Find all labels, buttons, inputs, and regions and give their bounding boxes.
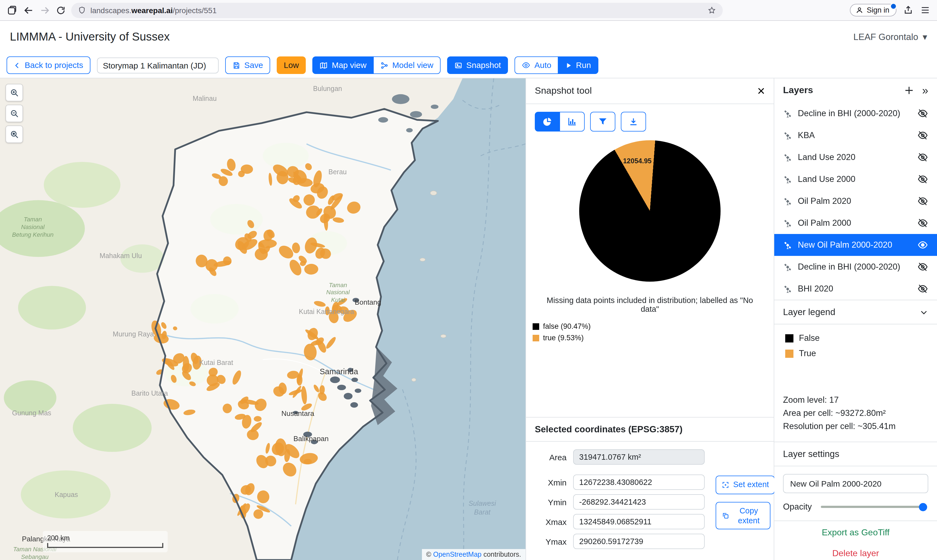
map-controls [6,84,23,143]
snapshot-button[interactable]: Snapshot [447,57,508,74]
pie-chart-button[interactable] [535,112,560,131]
eye-slash-icon [917,283,928,294]
sign-in-button[interactable]: Sign in [849,4,897,17]
visibility-toggle[interactable] [917,174,928,185]
main-content: MalinauBulunganBerauTaman Nasional Betun… [0,78,937,560]
ymin-input[interactable] [573,494,705,509]
layer-legend-body: False True [774,325,937,364]
layer-name-input[interactable] [783,474,928,493]
visibility-toggle[interactable] [917,108,928,119]
visibility-toggle[interactable] [917,240,928,251]
url-text: landscapes.wearepal.ai/projects/551 [91,6,217,14]
legend-swatch-true [532,334,539,341]
account-selector[interactable]: LEAF Gorontalo ▾ [854,31,927,42]
snapshot-title: Snapshot tool [535,86,592,97]
delete-layer-button[interactable]: Delete layer [774,544,937,560]
snapshot-panel: Snapshot tool × [526,78,774,560]
download-chart-button[interactable] [621,112,646,131]
chevron-left-icon [14,62,21,69]
eye-slash-icon [917,108,928,119]
chevron-down-icon[interactable] [920,308,928,317]
bar-chart-button[interactable] [560,112,585,131]
url-host: wearepal.ai [131,6,172,14]
pie-chart-icon [543,117,552,126]
storymap-name-input[interactable] [97,57,218,73]
visibility-toggle[interactable] [917,262,928,272]
area-per-cell-stat: Area per cell: ~93272.80m² [783,406,928,420]
area-input[interactable] [573,449,705,465]
xmax-label: Xmax [535,517,566,526]
filter-button[interactable] [590,112,615,131]
forward-icon[interactable] [40,5,51,15]
layer-item[interactable]: BHI 2020 [774,278,937,300]
copy-extent-button[interactable]: Copy extent [715,502,771,529]
share-icon[interactable] [903,5,914,15]
osm-link[interactable]: OpenStreetMap [433,551,482,558]
save-button[interactable]: Save [225,57,270,74]
account-label: LEAF Gorontalo [854,31,919,42]
set-extent-label: Set extent [733,480,769,490]
ymax-input[interactable] [573,534,705,549]
layer-item[interactable]: Oil Palm 2000 [774,212,937,234]
zoom-in-button[interactable] [6,84,23,102]
reload-icon[interactable] [56,5,66,15]
layer-item[interactable]: Decline in BHI (2000-2020) [774,256,937,278]
layer-item[interactable]: Land Use 2000 [774,168,937,190]
layers-title: Layers [783,85,896,96]
satellite-icon [783,240,792,249]
ymin-row: Ymin [535,494,705,509]
satellite-icon [783,284,792,294]
add-layer-icon[interactable] [903,85,914,96]
zoom-to-extent-button[interactable] [6,126,23,143]
scale-line [47,543,163,548]
shield-icon [78,6,86,14]
eye-icon [917,240,928,251]
back-icon[interactable] [23,5,34,15]
view-toggle-group: Map view Model view [312,57,440,74]
opacity-slider[interactable] [820,506,927,508]
visibility-toggle[interactable] [917,152,928,163]
attribution-suffix: contributors. [482,551,521,558]
layer-item[interactable]: Land Use 2020 [774,146,937,168]
visibility-toggle[interactable] [917,217,928,229]
close-icon[interactable]: × [757,85,765,97]
url-bar[interactable]: landscapes.wearepal.ai/projects/551 [71,3,723,18]
export-geotiff-button[interactable]: Export as GeoTiff [774,520,937,544]
xmin-input[interactable] [573,474,705,490]
scale-label: 200 km [47,534,69,542]
opacity-label: Opacity [783,502,812,512]
visibility-toggle[interactable] [917,283,928,294]
layer-label: Decline in BHI (2000-2020) [798,262,900,272]
zoom-out-button[interactable] [6,105,23,122]
layer-settings-header: Layer settings [774,442,937,466]
zoom-level-stat: Zoom level: 17 [783,394,928,406]
visibility-toggle[interactable] [917,195,928,206]
quality-button[interactable]: Low [277,57,306,74]
eye-slash-icon [917,130,928,141]
map-view-button[interactable]: Map view [312,57,374,74]
layer-stats: Zoom level: 17 Area per cell: ~93272.80m… [774,394,937,433]
model-view-button[interactable]: Model view [373,57,440,74]
layer-item[interactable]: New Oil Palm 2000-2020 [774,234,937,256]
run-button[interactable]: Run [558,57,598,74]
satellite-icon [783,218,792,228]
xmax-input[interactable] [573,514,705,529]
collapse-panel-icon[interactable]: » [922,85,928,96]
bookmark-star-icon[interactable] [708,6,716,14]
save-icon [232,61,240,69]
layer-legend-header: Layer legend [774,300,937,325]
map-panel[interactable]: MalinauBulunganBerauTaman Nasional Betun… [0,78,526,560]
layer-item[interactable]: KBA [774,125,937,146]
layer-item[interactable]: Decline in BHI (2000-2020) [774,103,937,125]
window-tabs-icon[interactable] [6,5,17,15]
layer-item[interactable]: Oil Palm 2020 [774,190,937,212]
visibility-toggle[interactable] [917,130,928,141]
auto-button[interactable]: Auto [514,57,559,74]
menu-icon[interactable] [920,5,931,15]
back-to-projects-button[interactable]: Back to projects [6,57,90,74]
set-extent-button[interactable]: Set extent [715,475,775,494]
layer-settings-body [774,466,937,493]
layer-label: Land Use 2000 [798,174,855,184]
map-canvas[interactable] [0,78,526,560]
ymin-label: Ymin [535,497,566,506]
